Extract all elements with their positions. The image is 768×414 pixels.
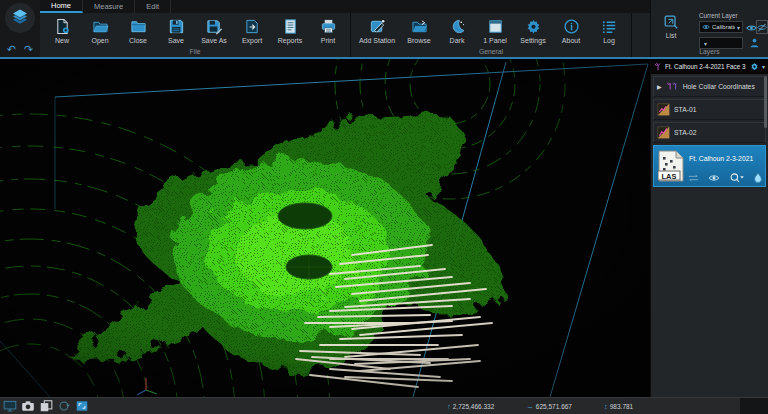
new-button[interactable]: New	[43, 18, 81, 44]
fit-view-icon[interactable]	[75, 400, 89, 412]
export-button-label: Export	[242, 37, 262, 44]
layer-item-label: Hole Collar Coordinates	[683, 83, 755, 90]
eye-icon	[702, 24, 710, 30]
color-drop-icon[interactable]	[753, 172, 763, 183]
expand-icon[interactable]: ▶	[657, 83, 662, 90]
tab-measure[interactable]: Measure	[83, 0, 135, 13]
new-file-icon	[54, 18, 71, 35]
layer-item-sta-02[interactable]: STA-02	[653, 122, 766, 143]
print-button[interactable]: Print	[309, 18, 347, 44]
east-icon: →	[526, 402, 534, 411]
layer-item-label: STA-02	[674, 129, 697, 136]
save-as-icon	[206, 18, 223, 35]
settings-button[interactable]: Settings	[514, 18, 552, 44]
layer-item-sta-01[interactable]: STA-01	[653, 99, 766, 120]
current-layer-dropdown[interactable]: Calibration 11:10 ▾	[699, 21, 743, 33]
person-icon	[749, 37, 760, 48]
station-marker-icon	[654, 62, 662, 71]
panel-gear-icon[interactable]	[750, 62, 759, 71]
sync-icon[interactable]	[687, 174, 700, 182]
close-button[interactable]: Close	[119, 18, 157, 44]
application-window: ↶ ↷ Home Measure Edit New Open	[0, 0, 768, 414]
visibility-eye-icon[interactable]	[708, 174, 720, 182]
log-button-label: Log	[603, 37, 615, 44]
one-panel-button[interactable]: 1 Panel	[476, 18, 514, 44]
viewport-3d[interactable]	[0, 59, 650, 397]
save-button[interactable]: Save	[157, 18, 195, 44]
about-button-label: About	[562, 37, 580, 44]
open-button[interactable]: Open	[81, 18, 119, 44]
reports-button[interactable]: Reports	[271, 18, 309, 44]
list-view-icon	[663, 14, 679, 30]
tab-home[interactable]: Home	[40, 0, 83, 13]
cursor-coordinates: ↑ 2,725,466.332 → 625,571.667 ↕ 983.781	[447, 398, 665, 414]
one-panel-button-label: 1 Panel	[483, 37, 507, 44]
las-badge: LAS	[662, 172, 677, 181]
dark-mode-button[interactable]: Dark	[438, 18, 476, 44]
layer-item-label: Ft. Calhoun 2-3-2021	[689, 155, 753, 162]
file-group-label: File	[43, 48, 347, 57]
new-button-label: New	[55, 37, 69, 44]
toggle-all-visibility-button[interactable]	[756, 20, 768, 34]
log-button[interactable]: Log	[590, 18, 628, 44]
browse-button-label: Browse	[407, 37, 430, 44]
open-button-label: Open	[91, 37, 108, 44]
settings-button-label: Settings	[520, 37, 545, 44]
layer-item-label: STA-01	[674, 106, 697, 113]
eye-slash-icon	[757, 23, 767, 32]
add-station-icon	[369, 18, 386, 35]
reports-icon	[282, 18, 299, 35]
status-bar: ↑ 2,725,466.332 → 625,571.667 ↕ 983.781	[0, 397, 768, 414]
undo-button[interactable]: ↶	[7, 44, 16, 55]
panel-scrollbar[interactable]	[764, 76, 767, 128]
list-button-label: List	[666, 32, 677, 39]
northing-value: 2,725,466.332	[453, 403, 495, 410]
about-button[interactable]: About	[552, 18, 590, 44]
open-folder-icon	[92, 18, 109, 35]
point-cloud-texture	[70, 115, 505, 371]
layers-group-label: Layers	[651, 48, 768, 55]
general-group-label: General	[354, 48, 628, 57]
panel-collapse-icon[interactable]: ▾	[762, 63, 765, 70]
panel-window-icon	[487, 18, 504, 35]
redo-button[interactable]: ↷	[24, 44, 33, 55]
screen-capture-icon[interactable]	[3, 400, 17, 412]
tab-edit[interactable]: Edit	[135, 0, 171, 13]
gear-icon	[525, 18, 542, 35]
add-station-button[interactable]: Add Station	[354, 18, 400, 44]
layers-group: List Current Layer Calibration 11:10 ▾ ▾…	[650, 0, 768, 57]
app-logo[interactable]	[5, 3, 35, 33]
info-icon	[563, 18, 580, 35]
layers-panel-header[interactable]: Ft. Calhoun 2-4-2021 Face 3 - MOD ▾	[651, 59, 768, 74]
print-button-label: Print	[321, 37, 335, 44]
chevron-down-icon: ▾	[704, 40, 707, 47]
print-icon	[320, 18, 337, 35]
app-logo-area: ↶ ↷	[0, 0, 40, 57]
ribbon-tabstrip: Home Measure Edit	[40, 0, 650, 13]
close-folder-icon	[130, 18, 147, 35]
coordinate-elevation: ↕ 983.781	[604, 402, 633, 411]
reports-button-label: Reports	[278, 37, 303, 44]
station-thumbnail-icon	[657, 126, 670, 139]
easting-value: 625,571.667	[536, 403, 572, 410]
add-station-button-label: Add Station	[359, 37, 395, 44]
orbit-icon[interactable]	[57, 400, 71, 412]
save-as-button-label: Save As	[201, 37, 227, 44]
export-button[interactable]: Export	[233, 18, 271, 44]
layer-item-las-selected[interactable]: LAS Ft. Calhoun 2-3-2021	[653, 145, 766, 187]
save-icon	[168, 18, 185, 35]
file-group: New Open Close Save	[40, 13, 351, 57]
layer-item-hole-collar[interactable]: ▶ Hole Collar Coordinates	[653, 76, 766, 97]
las-file-icon: LAS	[658, 150, 684, 182]
coordinate-northing: ↑ 2,725,466.332	[447, 402, 494, 411]
zoom-to-layer-icon[interactable]	[729, 172, 745, 183]
browse-button[interactable]: Browse	[400, 18, 438, 44]
camera-icon[interactable]	[21, 400, 35, 412]
save-as-button[interactable]: Save As	[195, 18, 233, 44]
moon-icon	[449, 18, 466, 35]
list-button[interactable]: List	[657, 14, 685, 50]
elevation-icon: ↕	[604, 402, 608, 411]
ribbon: ↶ ↷ Home Measure Edit New Open	[0, 0, 768, 57]
coordinate-easting: → 625,571.667	[526, 402, 572, 411]
copy-icon[interactable]	[39, 400, 53, 412]
